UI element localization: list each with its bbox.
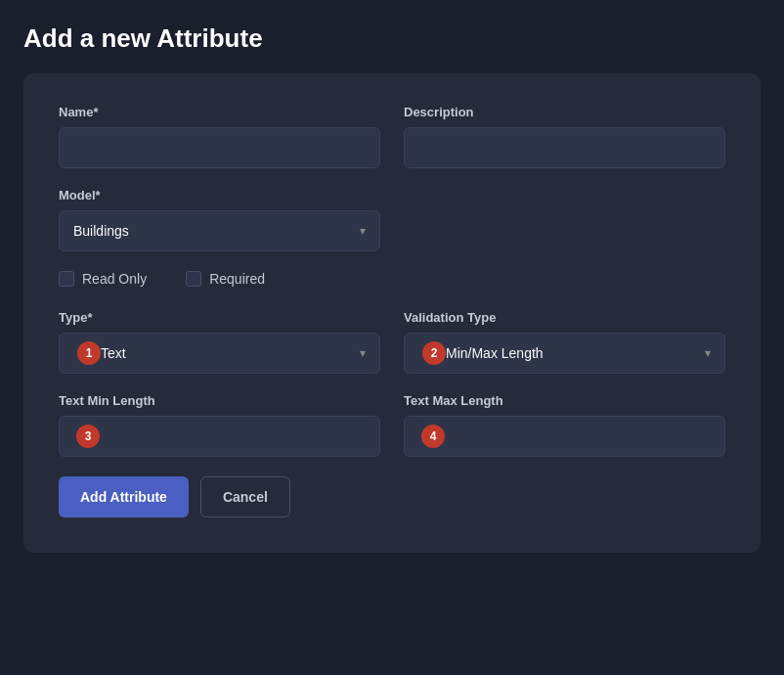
name-label: Name* <box>59 105 380 119</box>
description-label: Description <box>404 105 725 119</box>
read-only-checkbox[interactable] <box>59 271 74 287</box>
text-min-input[interactable] <box>59 416 380 457</box>
validation-type-select[interactable]: 2 Min/Max Length ▾ <box>404 333 725 374</box>
type-select-value: Text <box>60 345 360 361</box>
text-min-badge: 3 <box>76 425 100 448</box>
text-min-input-wrapper: 3 <box>59 416 380 457</box>
required-checkbox[interactable] <box>186 271 201 287</box>
text-max-badge: 4 <box>421 425 445 448</box>
read-only-checkbox-group[interactable]: Read Only <box>59 271 147 287</box>
text-max-input[interactable] <box>404 416 725 457</box>
required-label: Required <box>209 271 265 287</box>
model-chevron-icon: ▾ <box>360 224 379 238</box>
min-max-length-row: Text Min Length 3 Text Max Length 4 <box>59 393 725 457</box>
model-label: Model* <box>59 188 380 202</box>
required-checkbox-group[interactable]: Required <box>186 271 265 287</box>
name-group: Name* <box>59 105 380 168</box>
description-input[interactable] <box>404 127 725 168</box>
text-min-group: Text Min Length 3 <box>59 393 380 457</box>
validation-type-group: Validation Type 2 Min/Max Length ▾ <box>404 310 725 374</box>
button-row: Add Attribute Cancel <box>59 476 725 518</box>
validation-type-select-value: Min/Max Length <box>405 345 705 361</box>
text-max-group: Text Max Length 4 <box>404 393 725 457</box>
page-container: Add a new Attribute Name* Description Mo… <box>23 23 761 553</box>
description-group: Description <box>404 105 725 168</box>
type-select[interactable]: 1 Text ▾ <box>59 333 380 374</box>
text-max-label: Text Max Length <box>404 393 725 408</box>
cancel-button[interactable]: Cancel <box>200 476 290 518</box>
add-attribute-button[interactable]: Add Attribute <box>59 476 189 518</box>
name-input[interactable] <box>59 127 380 168</box>
checkbox-row: Read Only Required <box>59 271 725 287</box>
read-only-label: Read Only <box>82 271 147 287</box>
validation-type-badge: 2 <box>422 341 446 365</box>
type-validation-row: Type* 1 Text ▾ Validation Type 2 Min/Max… <box>59 310 725 374</box>
type-badge: 1 <box>77 341 101 365</box>
model-select[interactable]: Buildings ▾ <box>59 210 380 251</box>
model-row: Model* Buildings ▾ <box>59 188 725 251</box>
form-card: Name* Description Model* Buildings ▾ <box>23 73 761 553</box>
validation-type-label: Validation Type <box>404 310 725 325</box>
spacer-group <box>404 188 725 251</box>
name-description-row: Name* Description <box>59 105 725 168</box>
text-min-label: Text Min Length <box>59 393 380 408</box>
page-title: Add a new Attribute <box>23 23 761 54</box>
type-chevron-icon: ▾ <box>360 346 379 360</box>
validation-type-chevron-icon: ▾ <box>705 346 724 360</box>
model-select-value: Buildings <box>60 223 360 239</box>
type-group: Type* 1 Text ▾ <box>59 310 380 374</box>
model-group: Model* Buildings ▾ <box>59 188 380 251</box>
type-label: Type* <box>59 310 380 325</box>
text-max-input-wrapper: 4 <box>404 416 725 457</box>
